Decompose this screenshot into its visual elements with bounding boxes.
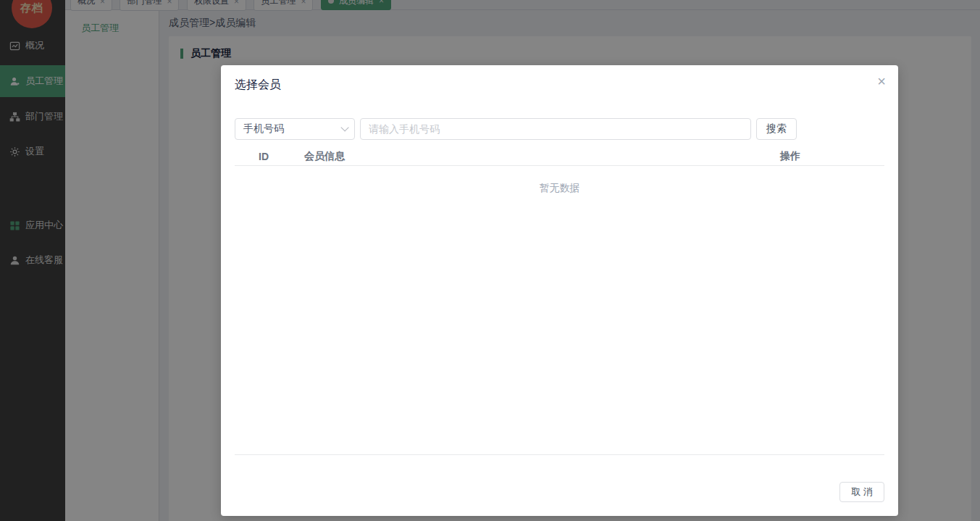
select-value: 手机号码: [243, 122, 284, 136]
close-icon[interactable]: ×: [877, 74, 886, 88]
table-header-row: ID 会员信息 操作: [235, 147, 884, 166]
dialog-footer: 取 消: [235, 455, 884, 502]
table-body: 暂无数据: [235, 166, 884, 455]
column-header-member-info: 会员信息: [293, 150, 696, 163]
dialog-header: 选择会员 ×: [221, 65, 898, 106]
search-row: 手机号码 搜索: [235, 118, 884, 140]
dialog-body: 手机号码 搜索 ID 会员信息 操作 暂无数据 取 消: [235, 118, 884, 502]
search-button[interactable]: 搜索: [756, 118, 797, 140]
select-member-dialog: 选择会员 × 手机号码 搜索 ID 会员信息 操作 暂无数据 取 消: [221, 65, 898, 516]
chevron-down-icon: [340, 123, 348, 131]
dialog-title: 选择会员: [235, 78, 281, 91]
app-window: 存档 概况 员工管理: [0, 0, 980, 521]
cancel-button[interactable]: 取 消: [839, 482, 884, 502]
empty-state-text: 暂无数据: [235, 166, 884, 195]
phone-number-input[interactable]: [360, 118, 751, 140]
column-header-actions: 操作: [696, 150, 884, 163]
column-header-id: ID: [235, 151, 293, 162]
search-type-select[interactable]: 手机号码: [235, 118, 355, 140]
